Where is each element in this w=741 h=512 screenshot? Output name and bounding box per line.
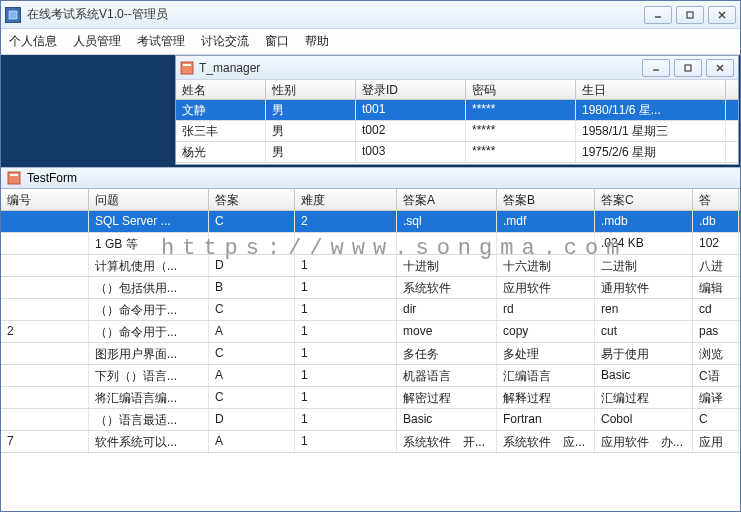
testform-cell[interactable] [1, 299, 89, 320]
manager-cell[interactable]: t003 [356, 142, 466, 162]
minimize-button[interactable] [644, 6, 672, 24]
testform-cell[interactable]: C [209, 299, 295, 320]
testform-cell[interactable] [1, 387, 89, 408]
testform-cell[interactable]: 1 [295, 299, 397, 320]
manager-cell[interactable]: t001 [356, 100, 466, 120]
testform-cell[interactable]: B [209, 277, 295, 298]
testform-cell[interactable]: SQL Server ... [89, 211, 209, 232]
testform-cell[interactable]: pas [693, 321, 739, 342]
testform-cell[interactable]: 计算机使用（... [89, 255, 209, 276]
testform-cell[interactable]: move [397, 321, 497, 342]
manager-cell[interactable]: ***** [466, 100, 576, 120]
testform-cell[interactable]: 下列（）语言... [89, 365, 209, 386]
testform-cell[interactable]: 102 [693, 233, 739, 254]
testform-cell[interactable] [497, 233, 595, 254]
testform-cell[interactable] [1, 255, 89, 276]
manager-cell[interactable]: ***** [466, 142, 576, 162]
testform-cell[interactable]: 通用软件 [595, 277, 693, 298]
testform-cell[interactable]: A [209, 321, 295, 342]
testform-cell[interactable]: 解释过程 [497, 387, 595, 408]
menu-help[interactable]: 帮助 [305, 33, 329, 50]
testform-cell[interactable]: 八进 [693, 255, 739, 276]
testform-cell[interactable]: 解密过程 [397, 387, 497, 408]
testform-cell[interactable]: 7 [1, 431, 89, 452]
close-button[interactable] [708, 6, 736, 24]
manager-cell[interactable]: 杨光 [176, 142, 266, 162]
manager-cell[interactable]: ***** [466, 121, 576, 141]
manager-cell[interactable]: 1958/1/1 星期三 [576, 121, 726, 141]
testform-cell[interactable]: 多处理 [497, 343, 595, 364]
testform-cell[interactable]: cd [693, 299, 739, 320]
testform-cell[interactable]: D [209, 409, 295, 430]
testform-cell[interactable] [295, 233, 397, 254]
testform-cell[interactable]: 2 [1, 321, 89, 342]
testform-cell[interactable]: .db [693, 211, 739, 232]
testform-cell[interactable] [209, 233, 295, 254]
testform-cell[interactable]: .024 KB [595, 233, 693, 254]
testform-row[interactable]: 图形用户界面...C1多任务多处理易于使用浏览 [1, 343, 740, 365]
testform-row[interactable]: 将汇编语言编...C1解密过程解释过程汇编过程编译 [1, 387, 740, 409]
manager-cell[interactable]: 男 [266, 100, 356, 120]
testform-row[interactable]: 计算机使用（...D1十进制十六进制二进制八进 [1, 255, 740, 277]
testform-cell[interactable]: .mdb [595, 211, 693, 232]
testform-row[interactable]: （）包括供用...B1系统软件应用软件通用软件编辑 [1, 277, 740, 299]
manager-cell[interactable]: 文静 [176, 100, 266, 120]
testform-row[interactable]: 下列（）语言...A1机器语言汇编语言BasicC语 [1, 365, 740, 387]
testform-cell[interactable]: （）命令用于... [89, 299, 209, 320]
testform-cell[interactable]: 十进制 [397, 255, 497, 276]
testform-cell[interactable]: 1 [295, 387, 397, 408]
testform-cell[interactable]: 应用软件 办... [595, 431, 693, 452]
testform-row[interactable]: （）语言最适...D1BasicFortranCobolC [1, 409, 740, 431]
testform-row[interactable]: 1 GB 等.024 KB102 [1, 233, 740, 255]
testform-cell[interactable] [1, 277, 89, 298]
testform-cell[interactable]: 编辑 [693, 277, 739, 298]
testform-cell[interactable]: 1 [295, 365, 397, 386]
testform-cell[interactable]: 1 [295, 255, 397, 276]
menu-staff[interactable]: 人员管理 [73, 33, 121, 50]
testform-cell[interactable]: .sql [397, 211, 497, 232]
testform-cell[interactable]: rd [497, 299, 595, 320]
manager-cell[interactable]: 张三丰 [176, 121, 266, 141]
testform-row[interactable]: SQL Server ...C2.sql.mdf.mdb.db [1, 211, 740, 233]
testform-cell[interactable]: （）语言最适... [89, 409, 209, 430]
testform-cell[interactable]: C [209, 211, 295, 232]
manager-col-gender[interactable]: 性别 [266, 80, 356, 99]
manager-grid[interactable]: 姓名 性别 登录ID 密码 生日 文静男t001*****1980/11/6 星… [176, 80, 738, 164]
tf-col-difficulty[interactable]: 难度 [295, 189, 397, 210]
tf-col-answer[interactable]: 答案 [209, 189, 295, 210]
tf-col-a[interactable]: 答案A [397, 189, 497, 210]
testform-cell[interactable]: 1 [295, 409, 397, 430]
manager-row[interactable]: 杨光男t003*****1975/2/6 星期 [176, 142, 738, 163]
testform-cell[interactable]: ren [595, 299, 693, 320]
testform-cell[interactable]: 软件系统可以... [89, 431, 209, 452]
tf-col-b[interactable]: 答案B [497, 189, 595, 210]
testform-row[interactable]: 2（）命令用于...A1movecopycutpas [1, 321, 740, 343]
manager-row[interactable]: 张三丰男t002*****1958/1/1 星期三 [176, 121, 738, 142]
testform-cell[interactable]: 1 [295, 431, 397, 452]
testform-cell[interactable]: C [209, 387, 295, 408]
testform-cell[interactable]: 编译 [693, 387, 739, 408]
testform-cell[interactable] [397, 233, 497, 254]
manager-cell[interactable]: 男 [266, 121, 356, 141]
manager-cell[interactable]: 1980/11/6 星... [576, 100, 726, 120]
tf-col-question[interactable]: 问题 [89, 189, 209, 210]
manager-col-name[interactable]: 姓名 [176, 80, 266, 99]
testform-cell[interactable]: （）命令用于... [89, 321, 209, 342]
testform-cell[interactable]: 1 [295, 277, 397, 298]
testform-row[interactable]: （）命令用于...C1dirrdrencd [1, 299, 740, 321]
testform-cell[interactable] [1, 409, 89, 430]
manager-col-password[interactable]: 密码 [466, 80, 576, 99]
testform-cell[interactable]: 将汇编语言编... [89, 387, 209, 408]
testform-cell[interactable]: 1 [295, 321, 397, 342]
maximize-button[interactable] [676, 6, 704, 24]
testform-cell[interactable]: A [209, 365, 295, 386]
testform-cell[interactable] [1, 343, 89, 364]
menu-exam[interactable]: 考试管理 [137, 33, 185, 50]
testform-cell[interactable]: 系统软件 [397, 277, 497, 298]
testform-cell[interactable]: 二进制 [595, 255, 693, 276]
testform-cell[interactable]: 汇编语言 [497, 365, 595, 386]
testform-cell[interactable]: D [209, 255, 295, 276]
manager-cell[interactable]: 1975/2/6 星期 [576, 142, 726, 162]
testform-cell[interactable]: Fortran [497, 409, 595, 430]
testform-cell[interactable]: C [209, 343, 295, 364]
